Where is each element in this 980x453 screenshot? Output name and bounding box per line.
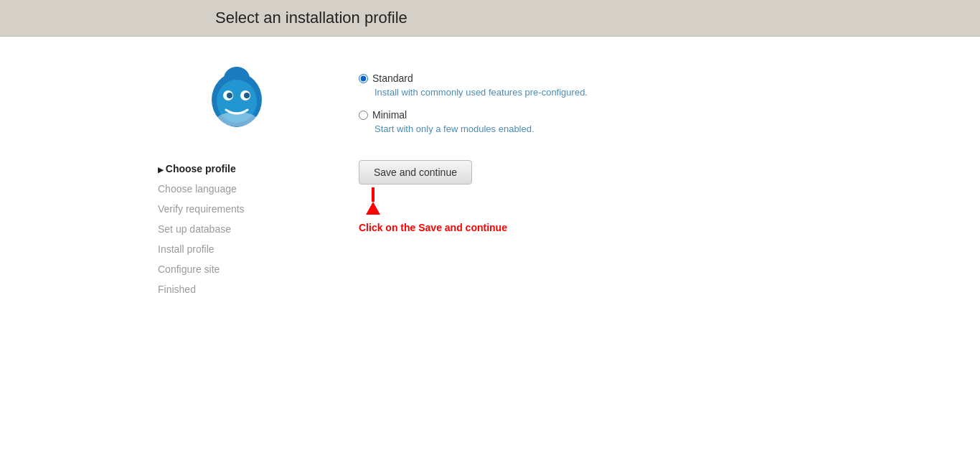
svg-point-6 (244, 93, 250, 98)
nav-item-verify-requirements: Verify requirements (158, 199, 330, 219)
standard-radio[interactable] (359, 74, 368, 83)
main-content: Choose profile Choose language Verify re… (0, 37, 980, 299)
svg-point-7 (217, 112, 257, 126)
save-continue-button[interactable]: Save and continue (359, 160, 472, 185)
click-hint-text: Click on the Save and continue (359, 222, 507, 233)
nav-item-finished: Finished (158, 279, 330, 299)
arrow-up-icon (366, 202, 380, 215)
header-bar: Select an installation profile (0, 0, 980, 37)
minimal-description: Start with only a few modules enabled. (374, 123, 951, 134)
hint-area: Click on the Save and continue (359, 185, 951, 233)
svg-point-5 (227, 93, 232, 98)
page-title: Select an installation profile (215, 9, 980, 27)
left-panel: Choose profile Choose language Verify re… (143, 58, 330, 299)
arrow-indicator (366, 189, 380, 218)
nav-list: Choose profile Choose language Verify re… (143, 159, 330, 299)
nav-item-choose-profile: Choose profile (158, 159, 330, 179)
minimal-radio[interactable] (359, 111, 368, 120)
minimal-label: Minimal (372, 109, 407, 121)
drupal-logo (201, 58, 273, 137)
right-panel: Standard Install with commonly used feat… (330, 58, 980, 299)
arrow-shaft (372, 187, 374, 202)
standard-description: Install with commonly used features pre-… (374, 87, 951, 98)
nav-item-set-up-database: Set up database (158, 219, 330, 239)
nav-item-configure-site: Configure site (158, 259, 330, 279)
nav-item-choose-language: Choose language (158, 179, 330, 199)
minimal-option: Minimal Start with only a few modules en… (359, 109, 951, 134)
standard-option: Standard Install with commonly used feat… (359, 73, 951, 98)
nav-item-install-profile: Install profile (158, 239, 330, 259)
standard-label: Standard (372, 73, 413, 84)
